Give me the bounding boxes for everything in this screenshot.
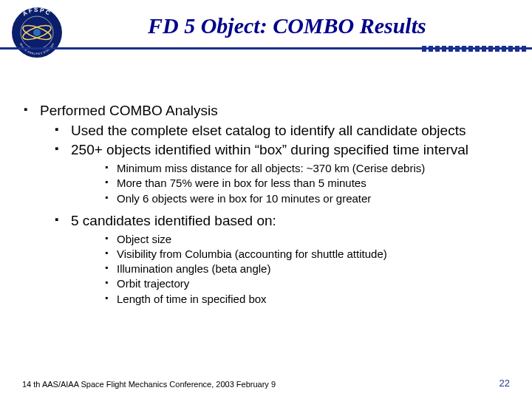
bullet-text: Used the complete elset catalog to ident…	[71, 123, 466, 138]
slide-body: Performed COMBO Analysis Used the comple…	[22, 102, 510, 313]
header-rule-ticks	[422, 46, 526, 52]
header-rule	[0, 46, 532, 53]
bullet-text: Object size	[117, 233, 171, 245]
bullet-text: Minimum miss distance for all objects: ~…	[117, 162, 425, 174]
bullet-l3: Visibility from Columbia (accounting for…	[103, 247, 510, 262]
bullet-l2: 5 candidates identified based on: Object…	[53, 212, 510, 307]
bullet-l3: Object size	[103, 232, 510, 247]
bullet-text: Only 6 objects were in box for 10 minute…	[117, 192, 371, 205]
bullet-l3: Illumination angles (beta angle)	[103, 262, 510, 276]
bullet-l2: Used the complete elset catalog to ident…	[53, 122, 510, 140]
bullet-text: Length of time in specified box	[117, 293, 267, 305]
bullet-l3: More than 75% were in box for less than …	[103, 176, 510, 191]
slide-header: AFSPC SPACE ANALYSIS DIVISION FD 5 Objec…	[0, 0, 532, 65]
bullet-text: Illumination angles (beta angle)	[117, 262, 270, 275]
slide-title: FD 5 Object: COMBO Results	[148, 13, 426, 38]
bullet-l3: Only 6 objects were in box for 10 minute…	[103, 191, 510, 206]
svg-point-4	[33, 29, 41, 36]
slide-footer: 14 th AAS/AIAA Space Flight Mechanics Co…	[22, 380, 510, 389]
bullet-text: Visibility from Columbia (accounting for…	[117, 248, 387, 260]
bullet-l3: Length of time in specified box	[103, 292, 510, 307]
page-number: 22	[499, 378, 510, 389]
bullet-l2: 250+ objects identified within “box” dur…	[53, 141, 510, 205]
bullet-text: More than 75% were in box for less than …	[117, 177, 366, 189]
bullet-l3: Minimum miss distance for all objects: ~…	[103, 161, 510, 176]
bullet-text: 250+ objects identified within “box” dur…	[71, 142, 468, 157]
bullet-l3: Orbit trajectory	[103, 276, 510, 291]
bullet-text: Performed COMBO Analysis	[40, 103, 218, 118]
bullet-l1: Performed COMBO Analysis Used the comple…	[22, 102, 510, 307]
bullet-text: Orbit trajectory	[117, 277, 189, 290]
footer-text: 14 th AAS/AIAA Space Flight Mechanics Co…	[22, 380, 276, 389]
bullet-text: 5 candidates identified based on:	[71, 213, 276, 228]
